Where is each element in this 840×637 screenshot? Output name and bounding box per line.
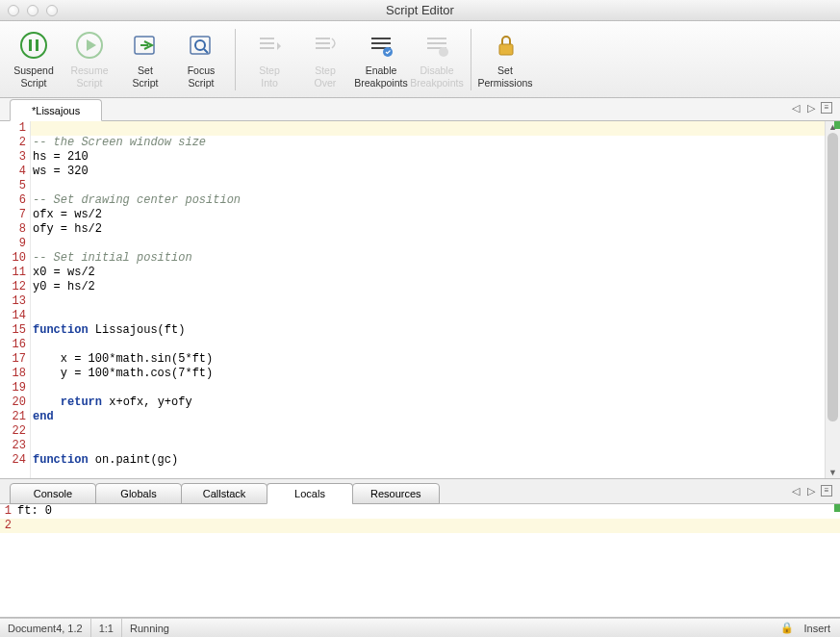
set-label: Set Script [133, 64, 159, 88]
set-script-icon [130, 30, 161, 61]
stepover-label: Step Over [315, 64, 337, 88]
toolbar-separator [235, 29, 236, 90]
svg-rect-24 [499, 44, 513, 55]
enable-breakpoints-icon [366, 30, 396, 61]
disablebp-label: Disable Breakpoints [410, 64, 463, 88]
suspend-script-button[interactable]: Suspend Script [6, 26, 62, 91]
resume-script-button: Resume Script [62, 26, 117, 91]
svg-point-7 [195, 40, 205, 50]
window-title: Script Editor [0, 3, 840, 17]
focus-icon [186, 30, 216, 61]
editor-scrollbar[interactable]: ▲ ▼ [825, 121, 840, 478]
disable-breakpoints-button: Disable Breakpoints [409, 26, 465, 91]
change-marker [834, 504, 840, 512]
svg-marker-12 [277, 42, 281, 50]
panel-next-icon[interactable]: ▷ [805, 485, 817, 497]
suspend-label: Suspend Script [13, 64, 53, 88]
scroll-thumb[interactable] [827, 133, 838, 421]
panel-nav: ◁ ▷ ≡ [790, 485, 832, 497]
scroll-up-icon[interactable]: ▲ [826, 121, 840, 133]
setperm-label: Set Permissions [477, 64, 532, 88]
toolbar-separator [471, 29, 471, 90]
svg-line-8 [204, 49, 208, 53]
tab-label: *Lissajous [32, 105, 80, 116]
focus-label: Focus Script [188, 64, 216, 88]
line-gutter: 123456789101112131415161718192021222324 [0, 121, 31, 478]
svg-marker-4 [87, 39, 96, 51]
script-tabstrip: *Lissajous ◁ ▷ ≡ [0, 98, 840, 121]
statusbar: Document4, 1.2 1:1 Running 🔒 Insert [0, 618, 840, 637]
locals-panel[interactable]: 1ft: 02 [0, 504, 840, 618]
panel-tab-callstack[interactable]: Callstack [181, 483, 267, 504]
tab-nav: ◁ ▷ ≡ [790, 102, 832, 114]
svg-point-19 [383, 47, 393, 57]
set-permissions-button[interactable]: Set Permissions [477, 26, 533, 91]
svg-rect-1 [29, 39, 32, 51]
stepinto-label: Step Into [259, 64, 280, 88]
step-into-icon [254, 30, 285, 61]
enablebp-label: Enable Breakpoints [354, 64, 407, 88]
panel-tab-globals[interactable]: Globals [95, 483, 182, 504]
enable-breakpoints-button[interactable]: Enable Breakpoints [353, 26, 409, 91]
step-over-button: Step Over [297, 26, 353, 91]
step-over-icon [310, 30, 341, 61]
svg-point-23 [439, 47, 448, 57]
svg-point-0 [21, 33, 46, 58]
pause-icon [18, 30, 49, 61]
step-into-button: Step Into [242, 26, 297, 91]
panel-tabstrip: ConsoleGlobalsCallstackLocalsResources ◁… [0, 479, 840, 504]
panel-tab-resources[interactable]: Resources [352, 483, 440, 504]
resume-label: Resume Script [70, 64, 108, 88]
lock-status-icon: 🔒 [780, 622, 794, 634]
focus-script-button[interactable]: Focus Script [173, 26, 229, 91]
panel-prev-icon[interactable]: ◁ [790, 485, 802, 497]
panel-tab-console[interactable]: Console [10, 483, 96, 504]
toolbar: Suspend Script Resume Script Set Script … [0, 21, 840, 98]
play-icon [74, 30, 105, 61]
next-tab-icon[interactable]: ▷ [805, 102, 817, 114]
prev-tab-icon[interactable]: ◁ [790, 102, 802, 114]
panel-list-icon[interactable]: ≡ [821, 485, 832, 497]
status-run-state: Running [122, 619, 177, 637]
titlebar: Script Editor [0, 0, 840, 21]
status-cursor-pos: 1:1 [91, 619, 122, 637]
code-editor[interactable]: 123456789101112131415161718192021222324 … [0, 121, 840, 479]
disable-breakpoints-icon [421, 30, 452, 61]
scroll-down-icon[interactable]: ▼ [826, 467, 840, 478]
lock-icon [490, 30, 521, 61]
code-body[interactable]: -- the Screen window sizehs = 210ws = 32… [31, 121, 825, 478]
svg-rect-2 [36, 39, 38, 51]
tab-list-icon[interactable]: ≡ [821, 102, 832, 114]
status-document: Document4, 1.2 [0, 619, 91, 637]
script-tab[interactable]: *Lissajous [10, 99, 102, 121]
status-insert-mode: Insert [803, 623, 830, 634]
set-script-button[interactable]: Set Script [117, 26, 173, 91]
panel-tab-locals[interactable]: Locals [267, 483, 353, 504]
